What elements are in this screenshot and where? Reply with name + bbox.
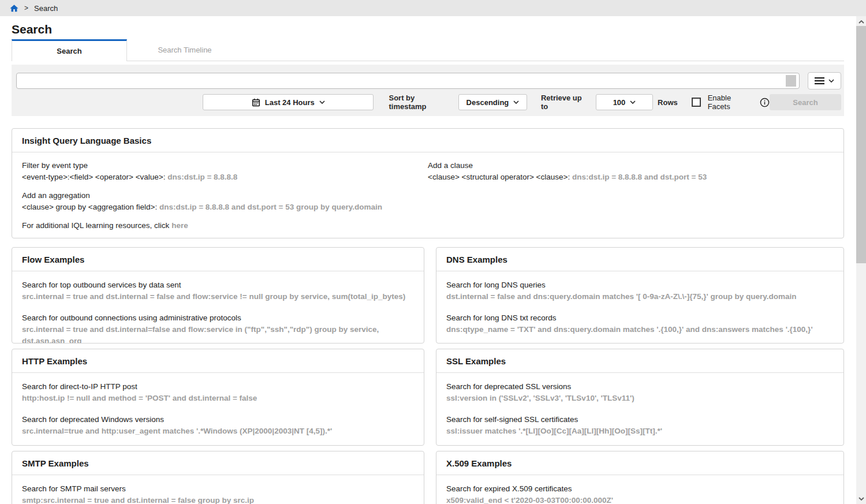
scroll-up-icon[interactable] xyxy=(856,17,866,27)
enable-facets-label[interactable]: Enable Facets xyxy=(708,94,755,111)
search-toolbar: Last 24 Hours Sort by timestamp Descendi… xyxy=(12,65,844,116)
http-examples-card: HTTP Examples Search for direct-to-IP HT… xyxy=(12,349,424,446)
scrollbar-thumb[interactable] xyxy=(856,26,866,263)
example-item: Search for self-signed SSL certificates … xyxy=(446,414,834,437)
breadcrumb: > Search xyxy=(0,0,866,16)
tab-search-timeline[interactable]: Search Timeline xyxy=(127,39,242,61)
example-item: Search for deprecated Windows versions s… xyxy=(22,414,414,437)
input-resize-grip[interactable] xyxy=(786,75,796,87)
chevron-down-icon xyxy=(319,100,325,104)
iql-basics-card: Insight Query Language Basics Filter by … xyxy=(12,128,844,238)
sort-order-value: Descending xyxy=(466,98,509,107)
tab-bar-filler xyxy=(242,39,844,61)
query-menu-button[interactable] xyxy=(808,72,841,89)
example-item: Search for deprecated SSL versions ssl:v… xyxy=(446,381,834,404)
example-item: Search for SMTP mail servers smtp:src.in… xyxy=(22,483,414,504)
card-title: X.509 Examples xyxy=(436,451,843,475)
chevron-down-icon xyxy=(828,79,834,83)
sort-by-label: Sort by timestamp xyxy=(389,94,453,111)
chevron-down-icon xyxy=(513,100,519,104)
search-query-input[interactable] xyxy=(17,73,783,88)
search-button[interactable]: Search xyxy=(770,94,841,110)
time-range-label: Last 24 Hours xyxy=(265,98,315,107)
breadcrumb-separator: > xyxy=(24,4,28,12)
iql-example-clause: Add a clause <clause> <structural operat… xyxy=(428,160,834,183)
dns-examples-card: DNS Examples Search for long DNS queries… xyxy=(436,247,844,344)
vertical-scrollbar[interactable] xyxy=(856,16,866,504)
card-title: HTTP Examples xyxy=(12,349,424,373)
example-item: Search for outbound connections using ad… xyxy=(22,312,414,344)
page-title: Search xyxy=(12,23,844,39)
chevron-down-icon xyxy=(630,100,636,104)
iql-example-aggregation: Add an aggregation <clause> group by <ag… xyxy=(22,190,428,213)
example-item: Search for long DNS queries dst.internal… xyxy=(446,279,834,303)
here-link[interactable]: here xyxy=(171,221,188,230)
example-cards-grid: Flow Examples Search for top outbound se… xyxy=(12,247,844,504)
time-range-button[interactable]: Last 24 Hours xyxy=(203,94,374,110)
home-icon[interactable] xyxy=(9,3,19,13)
sort-order-dropdown[interactable]: Descending xyxy=(458,94,527,110)
rows-label: Rows xyxy=(658,98,678,107)
iql-basics-title: Insight Query Language Basics xyxy=(12,129,843,152)
retrieve-up-to-label: Retrieve up to xyxy=(541,94,591,111)
iql-example-filter: Filter by event type <event-type>:<field… xyxy=(22,160,428,183)
flow-examples-card: Flow Examples Search for top outbound se… xyxy=(12,247,424,344)
example-item: Search for top outbound services by data… xyxy=(22,279,414,303)
ssl-examples-card: SSL Examples Search for deprecated SSL v… xyxy=(436,349,844,446)
enable-facets-checkbox[interactable] xyxy=(692,98,701,107)
card-title: SMTP Examples xyxy=(12,451,424,475)
calendar-icon xyxy=(252,98,260,107)
card-title: SSL Examples xyxy=(436,349,843,373)
example-item: Search for expired X.509 certificates x5… xyxy=(446,483,834,504)
tab-search[interactable]: Search xyxy=(12,39,127,61)
hamburger-icon xyxy=(815,76,824,86)
card-title: DNS Examples xyxy=(436,248,843,271)
smtp-examples-card: SMTP Examples Search for SMTP mail serve… xyxy=(12,451,424,504)
info-icon[interactable] xyxy=(760,98,770,107)
card-title: Flow Examples xyxy=(12,248,424,271)
breadcrumb-current: Search xyxy=(34,4,58,13)
scroll-down-icon[interactable] xyxy=(856,494,866,503)
x509-examples-card: X.509 Examples Search for expired X.509 … xyxy=(436,451,844,504)
row-count-dropdown[interactable]: 100 xyxy=(596,94,653,110)
row-count-value: 100 xyxy=(613,98,626,107)
example-item: Search for direct-to-IP HTTP post http:h… xyxy=(22,381,414,404)
query-input-wrap xyxy=(16,73,800,89)
example-item: Search for long DNS txt records dns:qtyp… xyxy=(446,312,834,335)
tab-bar: Search Search Timeline xyxy=(12,39,844,61)
iql-learning-resources: For additional IQL learning resources, c… xyxy=(22,220,428,232)
